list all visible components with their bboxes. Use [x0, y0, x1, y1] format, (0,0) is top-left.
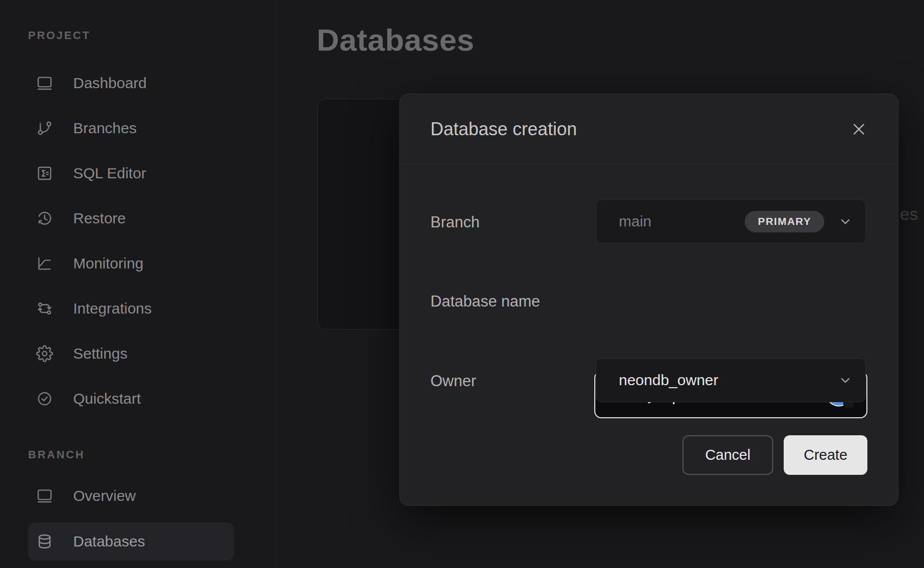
sidebar-item-label: SQL Editor	[73, 165, 146, 182]
branch-field-label: Branch	[430, 213, 480, 231]
sidebar-item-sql-editor[interactable]: SQL Editor	[28, 154, 234, 192]
branch-select-value: main	[619, 213, 651, 230]
sidebar-item-monitoring[interactable]: Monitoring	[28, 244, 234, 282]
sidebar-item-label: Overview	[73, 487, 136, 504]
databases-icon	[36, 533, 53, 550]
clipped-background-text: es	[900, 204, 918, 224]
primary-badge: PRIMARY	[745, 211, 824, 232]
close-icon	[851, 121, 867, 137]
branch-section-label: BRANCH	[28, 448, 85, 461]
sidebar: PROJECT Dashboard Branches SQL Editor Re…	[0, 0, 276, 568]
dashboard-icon	[36, 75, 53, 92]
sidebar-item-overview[interactable]: Overview	[28, 477, 234, 515]
branch-select[interactable]: main PRIMARY	[596, 199, 866, 243]
sidebar-item-restore[interactable]: Restore	[28, 199, 234, 237]
settings-gear-icon	[36, 345, 53, 362]
sql-editor-icon	[36, 165, 53, 182]
database-creation-modal: Database creation Branch main PRIMARY Da…	[399, 94, 898, 506]
owner-field-label: Owner	[430, 372, 476, 390]
sidebar-item-label: Integrations	[73, 300, 152, 317]
sidebar-item-label: Quickstart	[73, 390, 141, 407]
sidebar-item-branches[interactable]: Branches	[28, 109, 234, 147]
sidebar-item-dashboard[interactable]: Dashboard	[28, 64, 234, 102]
page-title: Databases	[317, 22, 475, 58]
create-button[interactable]: Create	[784, 435, 867, 475]
sidebar-item-label: Databases	[73, 533, 145, 550]
chevron-down-icon	[838, 373, 852, 387]
overview-icon	[36, 487, 53, 504]
sidebar-item-label: Monitoring	[73, 255, 143, 272]
owner-select-value: neondb_owner	[619, 372, 719, 389]
monitoring-icon	[36, 255, 53, 272]
close-button[interactable]	[848, 118, 870, 140]
sidebar-item-databases[interactable]: Databases	[28, 522, 234, 560]
cancel-button[interactable]: Cancel	[682, 435, 773, 475]
database-name-field-label: Database name	[430, 293, 540, 311]
chevron-down-icon	[838, 214, 852, 228]
owner-select[interactable]: neondb_owner	[596, 358, 866, 402]
sidebar-item-quickstart[interactable]: Quickstart	[28, 380, 234, 418]
sidebar-item-integrations[interactable]: Integrations	[28, 290, 234, 328]
modal-title: Database creation	[430, 119, 848, 140]
sidebar-item-settings[interactable]: Settings	[28, 335, 234, 373]
restore-icon	[36, 210, 53, 227]
sidebar-item-label: Settings	[73, 345, 127, 362]
sidebar-item-label: Restore	[73, 210, 126, 227]
modal-header: Database creation	[400, 94, 898, 164]
quickstart-check-icon	[36, 390, 53, 407]
sidebar-item-label: Branches	[73, 120, 137, 137]
sidebar-item-label: Dashboard	[73, 75, 147, 92]
integrations-icon	[36, 300, 53, 317]
branches-icon	[36, 120, 53, 137]
project-section-label: PROJECT	[28, 29, 91, 42]
